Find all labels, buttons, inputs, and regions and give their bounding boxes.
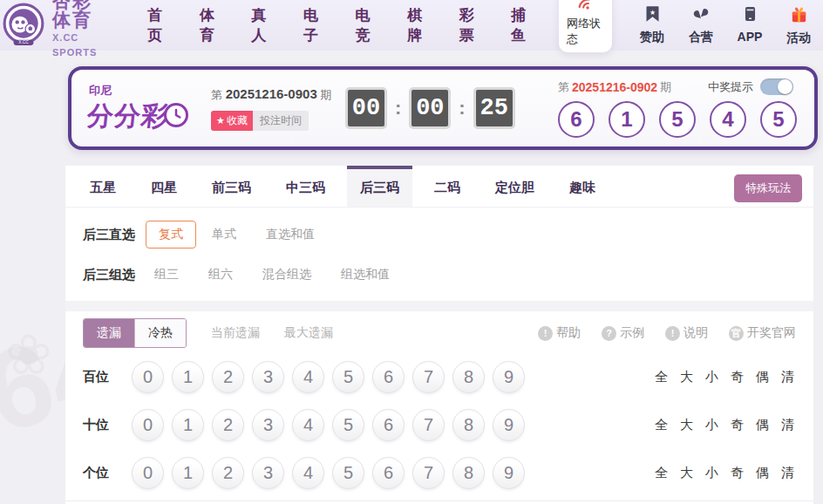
number-ball[interactable]: 5 (332, 361, 364, 393)
quick-select-button[interactable]: 偶 (756, 417, 769, 433)
max-omission-link[interactable]: 最大遗漏 (284, 325, 333, 341)
play-option-group-sum[interactable]: 组选和值 (339, 262, 391, 288)
number-ball[interactable]: 8 (452, 361, 485, 393)
game-tabs: 五星 四星 前三码 中三码 后三码 二码 定位胆 趣味 特殊玩法 (65, 166, 813, 208)
instructions-link[interactable]: ! 说明 (665, 325, 708, 341)
official-site-link[interactable]: 官 开奖官网 (729, 325, 796, 341)
partnership-icon (690, 4, 711, 27)
play-option-direct-sum[interactable]: 直选和值 (264, 221, 316, 248)
number-ball[interactable]: 9 (493, 457, 525, 489)
number-ball[interactable]: 4 (292, 409, 324, 441)
win-tip-toggle[interactable] (760, 78, 793, 95)
number-ball[interactable]: 8 (452, 409, 485, 441)
promotions-link[interactable]: 活动 (774, 4, 823, 46)
tab-five-star[interactable]: 五星 (77, 166, 129, 207)
quick-select-button[interactable]: 奇 (731, 369, 744, 385)
tens-row: 十位 0123456789 全大小奇偶清 (65, 401, 813, 449)
network-status-widget[interactable]: 网络状态 (559, 0, 612, 52)
tab-fun[interactable]: 趣味 (556, 166, 609, 207)
number-ball[interactable]: 3 (252, 361, 284, 393)
number-ball[interactable]: 4 (292, 457, 324, 489)
number-ball[interactable]: 4 (292, 361, 324, 393)
number-ball[interactable]: 5 (332, 409, 364, 441)
quick-select-button[interactable]: 全 (655, 369, 668, 385)
quick-select-button[interactable]: 小 (705, 417, 718, 433)
number-ball[interactable]: 7 (412, 457, 445, 489)
play-option-group-three[interactable]: 组三 (153, 262, 180, 288)
number-ball[interactable]: 6 (372, 409, 405, 441)
nav-item-esports[interactable]: 电竞 (339, 5, 391, 45)
number-ball[interactable]: 9 (493, 361, 525, 393)
number-ball[interactable]: 2 (212, 361, 244, 393)
number-ball[interactable]: 0 (132, 409, 164, 441)
gift-icon (789, 4, 809, 28)
special-play-button[interactable]: 特殊玩法 (734, 174, 802, 202)
quick-select-button[interactable]: 清 (781, 369, 794, 385)
quick-select-button[interactable]: 大 (680, 465, 693, 481)
quick-select-button[interactable]: 清 (781, 417, 794, 433)
play-option-mixed-group[interactable]: 混合组选 (261, 262, 313, 288)
last-issue-suffix: 期 (660, 79, 671, 95)
number-ball[interactable]: 6 (372, 457, 405, 489)
quick-select-button[interactable]: 小 (705, 465, 718, 481)
quick-select-button[interactable]: 全 (655, 417, 668, 433)
play-option-duplex[interactable]: 复式 (146, 221, 196, 249)
nav-item-lottery[interactable]: 彩票 (443, 5, 495, 45)
number-ball[interactable]: 3 (252, 409, 284, 441)
nav-item-fishing[interactable]: 捕鱼 (494, 5, 547, 45)
quick-select-button[interactable]: 大 (680, 369, 693, 385)
tab-two-code[interactable]: 二码 (421, 166, 473, 207)
tab-middle-three[interactable]: 中三码 (273, 166, 338, 207)
number-ball[interactable]: 5 (332, 457, 364, 489)
number-ball[interactable]: 9 (493, 409, 525, 441)
number-ball[interactable]: 1 (172, 409, 204, 441)
brand-logo[interactable]: X.CC 杏彩体育 X.CC SPORTS (2, 0, 110, 59)
timer-colon: : (459, 97, 465, 119)
number-ball[interactable]: 2 (212, 457, 244, 489)
play-option-group-six[interactable]: 组六 (207, 262, 235, 288)
nav-item-sports[interactable]: 体育 (183, 5, 235, 45)
quick-select-button[interactable]: 奇 (731, 465, 744, 481)
quick-select-button[interactable]: 全 (655, 465, 668, 481)
nav-item-live[interactable]: 真人 (235, 5, 287, 45)
quick-select-button[interactable]: 大 (680, 417, 693, 433)
quick-select-button[interactable]: 清 (781, 465, 794, 481)
number-ball[interactable]: 2 (212, 409, 244, 441)
units-balls: 0123456789 (132, 457, 533, 489)
number-ball[interactable]: 0 (132, 457, 164, 489)
units-row: 个位 0123456789 全大小奇偶清 (65, 449, 813, 497)
example-link[interactable]: ? 示例 (602, 325, 644, 341)
quick-select-button[interactable]: 小 (705, 369, 718, 385)
quick-select-button[interactable]: 偶 (756, 369, 769, 385)
tab-four-star[interactable]: 四星 (138, 166, 190, 207)
hundreds-quick-selects: 全大小奇偶清 (643, 369, 794, 385)
tab-back-three[interactable]: 后三码 (347, 166, 412, 207)
nav-item-cards[interactable]: 棋牌 (391, 5, 443, 45)
number-ball[interactable]: 1 (172, 361, 204, 393)
bookmark-icon: ★ (643, 4, 662, 27)
partnership-link[interactable]: 合营 (677, 4, 725, 46)
play-option-single[interactable]: 单式 (210, 221, 238, 248)
quick-select-button[interactable]: 奇 (731, 417, 744, 433)
omission-toggle[interactable]: 遗漏 (84, 319, 134, 347)
last-issue-number: 20251216-0902 (572, 80, 657, 94)
app-label: APP (738, 30, 763, 44)
number-ball[interactable]: 7 (412, 409, 445, 441)
favorite-button[interactable]: ★ 收藏 (211, 111, 253, 131)
nav-item-slots[interactable]: 电子 (287, 5, 339, 45)
number-ball[interactable]: 6 (372, 361, 405, 393)
tab-front-three[interactable]: 前三码 (199, 166, 264, 207)
app-link[interactable]: APP (725, 4, 774, 46)
nav-item-home[interactable]: 首页 (131, 5, 183, 45)
number-ball[interactable]: 8 (452, 457, 485, 489)
number-ball[interactable]: 7 (412, 361, 445, 393)
number-ball[interactable]: 1 (172, 457, 204, 489)
number-ball[interactable]: 0 (132, 361, 164, 393)
current-omission-link[interactable]: 当前遗漏 (211, 325, 260, 341)
number-ball[interactable]: 3 (252, 457, 284, 489)
hot-cold-toggle[interactable]: 冷热 (134, 319, 186, 347)
tab-position[interactable]: 定位胆 (482, 166, 548, 207)
sponsor-link[interactable]: ★ 赞助 (628, 4, 677, 46)
help-link[interactable]: ! 帮助 (538, 325, 581, 341)
quick-select-button[interactable]: 偶 (756, 465, 769, 481)
